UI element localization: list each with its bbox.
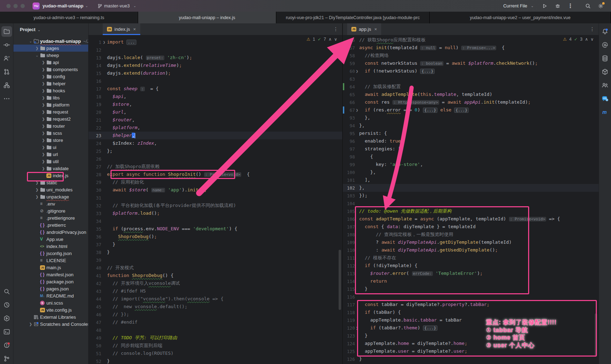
chevron-right-icon[interactable]: ❯ <box>40 110 46 114</box>
code-line-67[interactable]: 67❯ if (res.error === 0) {...} else {...… <box>343 106 599 114</box>
tree-item-scss[interactable]: ❯scss <box>13 129 88 137</box>
code-line-52[interactable]: 52} <box>89 357 342 364</box>
code-line-45[interactable]: 45 // new vconsole.default(); <box>89 303 342 311</box>
run-button[interactable] <box>542 3 548 9</box>
chevron-right-icon[interactable]: ❯ <box>40 124 46 128</box>
project-panel-title[interactable]: Project <box>20 27 35 32</box>
code-line-26[interactable]: 26 <box>89 155 342 163</box>
chevron-right-icon[interactable]: ❯ <box>40 117 46 121</box>
mars-assistant-icon[interactable]: m <box>600 107 610 117</box>
settings-button[interactable] <box>598 3 604 9</box>
code-line-14[interactable]: 14dayjs.extend(relativeTime); <box>89 62 342 69</box>
fold-icon[interactable]: ❯ <box>101 40 107 45</box>
contributors-icon[interactable]: ? <box>1 53 12 64</box>
code-line-101[interactable]: 101 ], <box>343 176 599 184</box>
editor-tab-index-js[interactable]: JSindex.js× <box>103 23 140 35</box>
tree-item-util[interactable]: ❯util <box>13 158 88 165</box>
tree-item-components[interactable]: ❯components <box>13 66 88 73</box>
more-icon[interactable]: ⋮ <box>567 3 573 9</box>
code-line-24[interactable]: 24 $zIndex: zIndex, <box>89 139 342 147</box>
minimize-window-icon[interactable] <box>13 4 18 8</box>
tree-item-index.js[interactable]: JSindex.js <box>13 172 88 179</box>
tree-item-pages[interactable]: ❯pages <box>13 45 88 52</box>
code-line-35[interactable]: 35 if (process.env.NODE_ENV === 'develop… <box>89 225 342 233</box>
code-line-59[interactable]: 59 const networkStatus : boolean = await… <box>343 59 599 67</box>
code-line-25[interactable]: 25}; <box>89 147 342 155</box>
code-line-27[interactable]: 27// 加载Shopro底层依赖 <box>89 163 342 171</box>
code-line-108[interactable]: 108 // 查询指定模板，一般是预览时使用 <box>343 231 599 238</box>
notifications-icon[interactable] <box>600 26 610 37</box>
code-line-94[interactable]: 94}, <box>343 122 599 129</box>
tree-item-androidPrivacy.json[interactable]: { }androidPrivacy.json <box>13 229 88 236</box>
window-controls[interactable] <box>6 4 25 8</box>
code-line-114[interactable]: 114 return <box>343 277 599 285</box>
tree-item-url[interactable]: ❯url <box>13 151 88 158</box>
code-line-105[interactable]: 105// todo: @owen 先做数据适配，后期重构 <box>343 207 599 215</box>
database-icon[interactable] <box>600 53 610 64</box>
tree-item-hooks[interactable]: ❯hooks <box>13 87 88 94</box>
close-icon[interactable]: × <box>374 27 377 32</box>
code-line-21[interactable]: 21 $router, <box>89 116 342 124</box>
chevron-right-icon[interactable]: ❯ <box>40 145 46 149</box>
recent-icon[interactable] <box>1 300 12 310</box>
next-problem-icon[interactable]: ∨ <box>590 37 594 42</box>
code-line-118[interactable]: 118 if (tabBar) { <box>343 308 599 316</box>
run-config-selector[interactable]: Current File ⌄ <box>503 3 535 8</box>
close-window-icon[interactable] <box>6 4 11 8</box>
code-line-1[interactable]: 1❯import ... <box>89 38 342 46</box>
code-line-46[interactable]: 46 // }); <box>89 311 342 318</box>
code-line-17[interactable]: 17const sheep : = { <box>89 85 342 93</box>
tree-item-LICENSE[interactable]: ≡LICENSE <box>13 257 88 264</box>
close-icon[interactable]: × <box>133 27 136 32</box>
code-line-60[interactable]: 60❯ if (!networkStatus) {...} <box>343 67 599 75</box>
code-line-115[interactable]: 115 } <box>343 285 599 293</box>
editor-pane-app-js[interactable]: JSapp.js×⋮ ⚠4✓3∧∨ 56// 获取Shopro应用配置和模板57… <box>343 23 599 364</box>
tree-item-External-Libraries[interactable]: External Libraries <box>13 313 88 320</box>
code-area[interactable]: 1❯import ...1213dayjs.locale( preset: 'z… <box>89 35 342 364</box>
tree-item-jsconfig.json[interactable]: { }jsconfig.json <box>13 250 88 257</box>
debug-button[interactable] <box>554 3 561 9</box>
fold-icon[interactable]: ❯ <box>355 108 359 112</box>
code-line-99[interactable]: 99 key: 'app-store', <box>343 161 599 168</box>
code-line-125[interactable]: 125 appTemplate.user = diyTemplate?.user… <box>343 347 599 355</box>
editor-pane-index-js[interactable]: JSindex.js×⋮ ⚠1✓7∧∨ 1❯import ...1213dayj… <box>89 23 342 364</box>
code-line-41[interactable]: 41function ShoproDebug() { <box>89 272 342 279</box>
tree-item-uni-modules[interactable]: ❯uni_modules <box>13 186 88 193</box>
branch-selector[interactable]: master-vue3 ⌄ <box>97 3 138 8</box>
tree-item-vite.config.js[interactable]: JSvite.config.js <box>13 306 88 313</box>
code-line-36[interactable]: 36 ShoproDebug(); <box>89 233 342 241</box>
tree-item-config[interactable]: ❯config <box>13 73 88 80</box>
chevron-right-icon[interactable]: ❯ <box>40 103 46 107</box>
chevron-right-icon[interactable]: ❯ <box>40 68 46 71</box>
chat-assistant-icon[interactable]: </> <box>600 93 610 104</box>
tree-item-store[interactable]: ❯store <box>13 137 88 144</box>
code-line-12[interactable]: 12 <box>89 46 342 54</box>
tree-item-static[interactable]: ❯static <box>13 179 88 186</box>
code-line-103[interactable]: 103}); <box>343 192 599 200</box>
tree-item-router[interactable]: ❯router <box>13 122 88 129</box>
tree-item-request2[interactable]: ❯request2 <box>13 115 88 122</box>
window-tab-1[interactable]: yudao-mall-uniapp – index.js <box>138 12 276 23</box>
tree-item-yudao-mall-uniapp[interactable]: ⌄yudao-mall-uniapp~/Java/yud <box>13 37 88 45</box>
code-line-42[interactable]: 42 // 开发环境引入vconsole调试 <box>89 279 342 287</box>
version-control-icon[interactable] <box>1 353 12 364</box>
tree-item-unpackage[interactable]: ❯unpackage <box>13 193 88 200</box>
chevron-right-icon[interactable]: ❯ <box>40 60 46 64</box>
code-line-107[interactable]: 107 const { data: diyTemplate } = templa… <box>343 223 599 231</box>
ai-assistant-icon[interactable] <box>600 40 610 50</box>
code-line-123[interactable]: 123 } <box>343 332 599 340</box>
code-line-120[interactable]: 120❯ if (tabBar?.theme) {...} <box>343 324 599 332</box>
tree-item-README.md[interactable]: M↓README.md <box>13 292 88 299</box>
scrollbar-thumb[interactable] <box>339 250 341 310</box>
code-line-56[interactable]: 56// 获取Shopro应用配置和模板 <box>343 36 599 44</box>
code-line-23[interactable]: 23 $helper, <box>89 132 342 139</box>
window-tab-3[interactable]: yudao-mall-uniapp-vue2 – user_payment/in… <box>430 12 611 23</box>
code-line-49[interactable]: 49 // TODO 芋艿: 可以打印路由 <box>89 334 342 342</box>
tree-item-index.html[interactable]: <>index.html <box>13 243 88 250</box>
code-line-15[interactable]: 15dayjs.extend(duration); <box>89 69 342 77</box>
scrollbar-thumb[interactable] <box>595 313 597 356</box>
code-line-34[interactable]: 34 <box>89 217 342 225</box>
code-line-31[interactable]: 31 <box>89 194 342 202</box>
tree-item-pages.json[interactable]: { }pages.json <box>13 285 88 292</box>
code-line-100[interactable]: 100 }, <box>343 168 599 176</box>
